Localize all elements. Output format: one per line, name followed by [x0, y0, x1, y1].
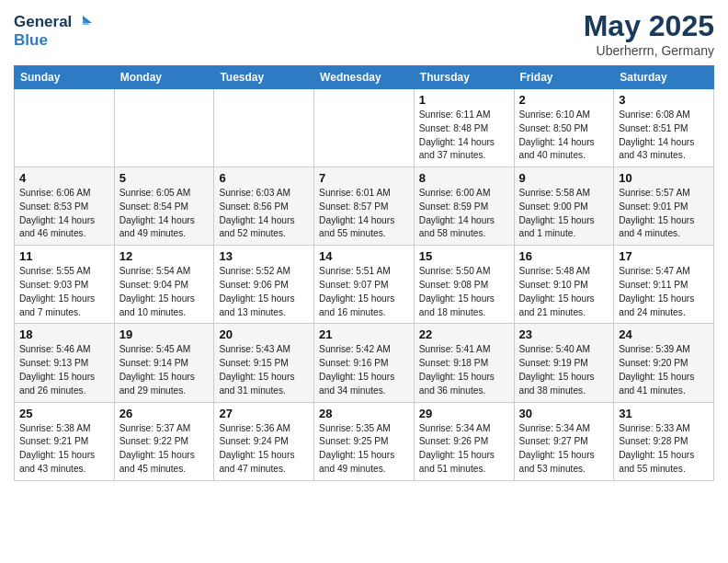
day-info: Sunrise: 5:40 AMSunset: 9:19 PMDaylight:… [519, 343, 609, 397]
day-info: Sunrise: 5:36 AMSunset: 9:24 PMDaylight:… [219, 422, 309, 477]
day-number: 3 [619, 93, 709, 107]
day-number: 14 [319, 249, 409, 263]
logo-bird-icon [74, 14, 92, 30]
calendar-cell: 25Sunrise: 5:38 AMSunset: 9:21 PMDayligh… [15, 402, 115, 480]
day-number: 16 [519, 249, 609, 263]
day-number: 13 [219, 249, 309, 263]
calendar-cell: 4Sunrise: 6:06 AMSunset: 8:53 PMDaylight… [15, 167, 115, 246]
day-info: Sunrise: 5:52 AMSunset: 9:06 PMDaylight:… [219, 265, 309, 319]
calendar-cell: 31Sunrise: 5:33 AMSunset: 9:28 PMDayligh… [614, 402, 714, 480]
day-number: 23 [519, 327, 609, 341]
day-number: 30 [519, 407, 609, 420]
weekday-header-friday: Friday [514, 66, 614, 89]
day-info: Sunrise: 5:45 AMSunset: 9:14 PMDaylight:… [119, 343, 210, 397]
month-title: May 2025 [584, 9, 714, 43]
weekday-header-saturday: Saturday [614, 66, 714, 89]
day-info: Sunrise: 6:00 AMSunset: 8:59 PMDaylight:… [419, 187, 509, 241]
calendar-cell: 19Sunrise: 5:45 AMSunset: 9:14 PMDayligh… [114, 324, 214, 402]
location-subtitle: Uberherrn, Germany [584, 43, 714, 58]
day-info: Sunrise: 5:51 AMSunset: 9:07 PMDaylight:… [319, 265, 409, 319]
day-info: Sunrise: 5:34 AMSunset: 9:26 PMDaylight:… [419, 422, 509, 477]
day-number: 1 [419, 93, 509, 107]
day-info: Sunrise: 5:50 AMSunset: 9:08 PMDaylight:… [419, 265, 509, 319]
calendar-cell: 20Sunrise: 5:43 AMSunset: 9:15 PMDayligh… [214, 324, 314, 402]
calendar-cell: 14Sunrise: 5:51 AMSunset: 9:07 PMDayligh… [314, 246, 415, 324]
day-number: 17 [619, 249, 709, 263]
calendar-cell: 17Sunrise: 5:47 AMSunset: 9:11 PMDayligh… [614, 246, 714, 324]
calendar-cell: 15Sunrise: 5:50 AMSunset: 9:08 PMDayligh… [414, 246, 514, 324]
day-info: Sunrise: 6:08 AMSunset: 8:51 PMDaylight:… [619, 109, 709, 163]
calendar-cell: 12Sunrise: 5:54 AMSunset: 9:04 PMDayligh… [114, 246, 214, 324]
day-info: Sunrise: 5:47 AMSunset: 9:11 PMDaylight:… [619, 265, 709, 319]
calendar-cell [314, 89, 415, 167]
title-block: May 2025 Uberherrn, Germany [584, 9, 714, 58]
day-info: Sunrise: 5:55 AMSunset: 9:03 PMDaylight:… [19, 265, 109, 319]
day-number: 29 [419, 407, 509, 420]
calendar-cell: 1Sunrise: 6:11 AMSunset: 8:48 PMDaylight… [414, 89, 514, 167]
page-header: General Blue May 2025 Uberherrn, Germany [14, 9, 714, 58]
calendar-cell: 16Sunrise: 5:48 AMSunset: 9:10 PMDayligh… [514, 246, 614, 324]
day-number: 25 [19, 407, 109, 420]
day-info: Sunrise: 6:06 AMSunset: 8:53 PMDaylight:… [19, 187, 109, 241]
day-number: 31 [619, 407, 709, 420]
calendar-cell [114, 89, 214, 167]
calendar-cell: 23Sunrise: 5:40 AMSunset: 9:19 PMDayligh… [514, 324, 614, 402]
logo: General Blue [14, 13, 92, 49]
day-info: Sunrise: 5:37 AMSunset: 9:22 PMDaylight:… [119, 422, 210, 477]
weekday-header-sunday: Sunday [15, 66, 115, 89]
day-info: Sunrise: 5:33 AMSunset: 9:28 PMDaylight:… [619, 422, 709, 477]
calendar-cell: 7Sunrise: 6:01 AMSunset: 8:57 PMDaylight… [314, 167, 415, 246]
day-number: 6 [219, 171, 309, 185]
weekday-header-monday: Monday [114, 66, 214, 89]
calendar-cell: 9Sunrise: 5:58 AMSunset: 9:00 PMDaylight… [514, 167, 614, 246]
day-number: 10 [619, 171, 709, 185]
day-info: Sunrise: 5:58 AMSunset: 9:00 PMDaylight:… [519, 187, 609, 241]
weekday-header-wednesday: Wednesday [314, 66, 415, 89]
day-info: Sunrise: 6:05 AMSunset: 8:54 PMDaylight:… [119, 187, 210, 241]
calendar-cell: 29Sunrise: 5:34 AMSunset: 9:26 PMDayligh… [414, 402, 514, 480]
day-info: Sunrise: 5:42 AMSunset: 9:16 PMDaylight:… [319, 343, 409, 397]
day-number: 9 [519, 171, 609, 185]
day-number: 12 [119, 249, 210, 263]
calendar-cell: 18Sunrise: 5:46 AMSunset: 9:13 PMDayligh… [15, 324, 115, 402]
day-number: 24 [619, 327, 709, 341]
calendar-cell: 13Sunrise: 5:52 AMSunset: 9:06 PMDayligh… [214, 246, 314, 324]
calendar-cell: 8Sunrise: 6:00 AMSunset: 8:59 PMDaylight… [414, 167, 514, 246]
day-number: 7 [319, 171, 409, 185]
calendar-cell: 22Sunrise: 5:41 AMSunset: 9:18 PMDayligh… [414, 324, 514, 402]
calendar-table: SundayMondayTuesdayWednesdayThursdayFrid… [14, 65, 714, 481]
weekday-header-thursday: Thursday [414, 66, 514, 89]
calendar-cell: 11Sunrise: 5:55 AMSunset: 9:03 PMDayligh… [15, 246, 115, 324]
day-info: Sunrise: 5:38 AMSunset: 9:21 PMDaylight:… [19, 422, 109, 477]
calendar-cell: 28Sunrise: 5:35 AMSunset: 9:25 PMDayligh… [314, 402, 415, 480]
calendar-cell: 5Sunrise: 6:05 AMSunset: 8:54 PMDaylight… [114, 167, 214, 246]
day-number: 18 [19, 327, 109, 341]
calendar-cell: 6Sunrise: 6:03 AMSunset: 8:56 PMDaylight… [214, 167, 314, 246]
day-info: Sunrise: 6:01 AMSunset: 8:57 PMDaylight:… [319, 187, 409, 241]
calendar-cell [15, 89, 115, 167]
calendar-cell: 30Sunrise: 5:34 AMSunset: 9:27 PMDayligh… [514, 402, 614, 480]
day-info: Sunrise: 6:03 AMSunset: 8:56 PMDaylight:… [219, 187, 309, 241]
calendar-cell: 3Sunrise: 6:08 AMSunset: 8:51 PMDaylight… [614, 89, 714, 167]
calendar-cell: 26Sunrise: 5:37 AMSunset: 9:22 PMDayligh… [114, 402, 214, 480]
day-number: 11 [19, 249, 109, 263]
day-info: Sunrise: 5:39 AMSunset: 9:20 PMDaylight:… [619, 343, 709, 397]
day-info: Sunrise: 5:57 AMSunset: 9:01 PMDaylight:… [619, 187, 709, 241]
day-number: 20 [219, 327, 309, 341]
day-number: 4 [19, 171, 109, 185]
day-info: Sunrise: 5:54 AMSunset: 9:04 PMDaylight:… [119, 265, 210, 319]
day-info: Sunrise: 5:46 AMSunset: 9:13 PMDaylight:… [19, 343, 109, 397]
day-info: Sunrise: 5:34 AMSunset: 9:27 PMDaylight:… [519, 422, 609, 477]
day-info: Sunrise: 5:48 AMSunset: 9:10 PMDaylight:… [519, 265, 609, 319]
calendar-cell: 2Sunrise: 6:10 AMSunset: 8:50 PMDaylight… [514, 89, 614, 167]
day-info: Sunrise: 5:41 AMSunset: 9:18 PMDaylight:… [419, 343, 509, 397]
day-number: 15 [419, 249, 509, 263]
day-number: 5 [119, 171, 210, 185]
day-number: 2 [519, 93, 609, 107]
day-number: 8 [419, 171, 509, 185]
day-number: 28 [319, 407, 409, 420]
day-number: 19 [119, 327, 210, 341]
day-number: 26 [119, 407, 210, 420]
calendar-cell: 24Sunrise: 5:39 AMSunset: 9:20 PMDayligh… [614, 324, 714, 402]
calendar-cell: 21Sunrise: 5:42 AMSunset: 9:16 PMDayligh… [314, 324, 415, 402]
